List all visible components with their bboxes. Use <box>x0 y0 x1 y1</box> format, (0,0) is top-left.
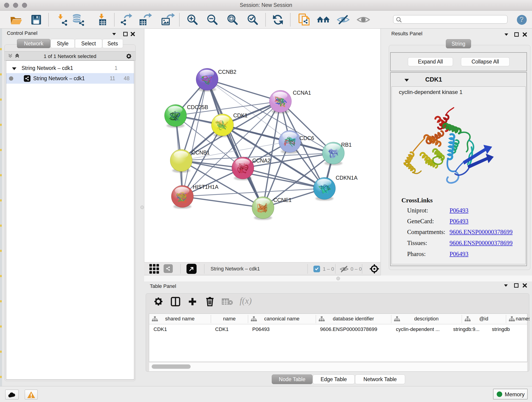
svg-text:CDKN1A: CDKN1A <box>336 175 358 181</box>
svg-text:HIST1H1A: HIST1H1A <box>193 184 219 190</box>
svg-text:RB1: RB1 <box>341 142 352 148</box>
svg-text:CCNB1: CCNB1 <box>191 150 210 156</box>
svg-text:CCNA2: CCNA2 <box>252 158 271 164</box>
svg-text:CCNB2: CCNB2 <box>218 69 236 75</box>
svg-text:CCNA1: CCNA1 <box>293 90 311 96</box>
svg-text:CDC25B: CDC25B <box>187 104 208 110</box>
svg-text:CCNE1: CCNE1 <box>273 197 292 203</box>
svg-text:CDC6: CDC6 <box>299 135 314 141</box>
svg-text:CDK1: CDK1 <box>233 113 248 119</box>
